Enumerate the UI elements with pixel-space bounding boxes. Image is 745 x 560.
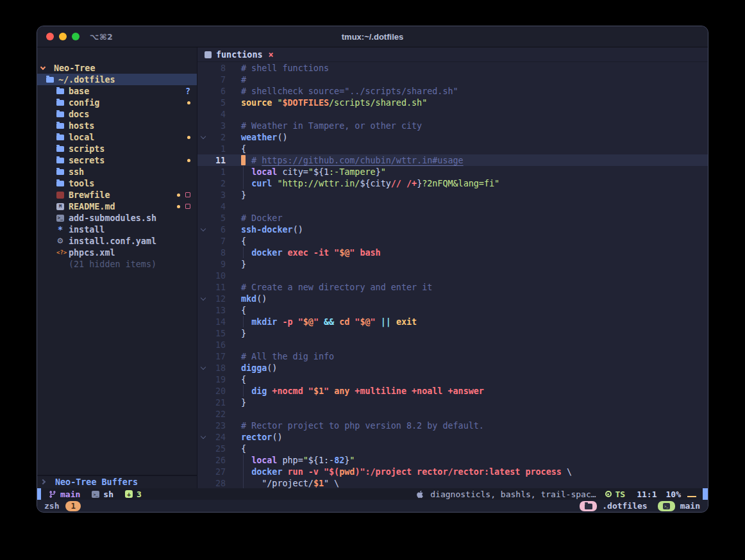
chevron-down-icon: [40, 64, 46, 69]
neotree-buffers-header[interactable]: Neo-Tree Buffers: [37, 475, 197, 488]
tree-item-scripts[interactable]: scripts: [37, 143, 197, 154]
code-text: docker exec -it "$@" bash: [241, 247, 381, 258]
fold-chevron-icon[interactable]: [201, 364, 206, 369]
tmux-dir-badge: [580, 501, 597, 511]
code-line[interactable]: 4: [197, 108, 708, 120]
code-token: local: [251, 167, 277, 177]
tab-close-icon[interactable]: ×: [269, 50, 274, 60]
code-token: $DOTFILES: [283, 98, 330, 108]
tree-item-readme.md[interactable]: MREADME.md: [37, 201, 197, 212]
code-line[interactable]: 20 dig +nocmd "$1" any +multiline +noall…: [197, 385, 708, 397]
code-area[interactable]: 8# shell functions7#6# shellcheck source…: [197, 62, 708, 488]
tree-item-config[interactable]: config: [37, 97, 197, 108]
code-line[interactable]: 25{: [197, 443, 708, 454]
code-line[interactable]: 24rector(): [197, 431, 708, 443]
title-bar[interactable]: ⌥⌘2 tmux:~/.dotfiles: [37, 26, 708, 47]
tree-item-tools[interactable]: tools: [37, 177, 197, 189]
tree-item-hosts[interactable]: hosts: [37, 120, 197, 131]
code-line[interactable]: 8 docker exec -it "$@" bash: [197, 247, 708, 258]
code-line[interactable]: 15}: [197, 327, 708, 339]
code-line[interactable]: 21}: [197, 397, 708, 408]
code-line[interactable]: 9}: [197, 258, 708, 270]
code-line[interactable]: 11 # https://github.com/chubin/wttr.in#u…: [197, 154, 708, 166]
code-line[interactable]: 13{: [197, 304, 708, 316]
brewfile-icon: [56, 192, 64, 199]
code-line[interactable]: 3}: [197, 189, 708, 201]
zoom-button[interactable]: [72, 33, 80, 40]
code-line[interactable]: 4: [197, 201, 708, 212]
code-token: [334, 317, 339, 327]
traffic-lights: [46, 33, 80, 40]
code-line[interactable]: 6# shellcheck source="../scripts/shared.…: [197, 85, 708, 97]
code-line[interactable]: 5# Docker: [197, 212, 708, 224]
close-button[interactable]: [46, 33, 54, 40]
tree-item--21-hidden-items-[interactable]: (21 hidden items): [37, 258, 197, 270]
code-line[interactable]: 23# Rector project to php version 8.2 by…: [197, 420, 708, 431]
line-number: 9: [209, 259, 226, 269]
fold-chevron-icon[interactable]: [201, 433, 206, 438]
code-line[interactable]: 16: [197, 339, 708, 350]
code-line[interactable]: 11# Create a new directory and enter it: [197, 281, 708, 293]
fold-chevron-icon[interactable]: [201, 133, 206, 138]
neotree-title: Neo-Tree: [54, 63, 96, 73]
code-line[interactable]: 7{: [197, 235, 708, 247]
git-added-count: 3: [137, 490, 142, 499]
line-number: 2: [209, 179, 226, 188]
code-token: -p ": [277, 317, 303, 327]
tmux-window-name[interactable]: zsh: [44, 501, 59, 511]
code-line[interactable]: 7#: [197, 74, 708, 85]
tree-item-install.conf.yaml[interactable]: ⚙install.conf.yaml: [37, 235, 197, 247]
xml-icon: <?>: [56, 249, 64, 256]
code-line[interactable]: 14 mkdir -p "$@" && cd "$@" || exit: [197, 316, 708, 327]
code-text: # shellcheck source="../scripts/shared.s…: [241, 85, 458, 97]
code-token: $1: [314, 479, 324, 488]
indent-guide-icon: [243, 385, 244, 397]
code-line[interactable]: 28 "/project/$1" \: [197, 477, 708, 488]
code-line[interactable]: 2weather(): [197, 131, 708, 143]
tree-item-label: install: [69, 225, 105, 235]
code-token: mkdir: [251, 317, 277, 327]
code-text: }: [241, 258, 246, 270]
code-line[interactable]: 19{: [197, 374, 708, 385]
code-token: any: [334, 386, 349, 396]
tree-item-brewfile[interactable]: Brewfile: [37, 189, 197, 201]
code-line[interactable]: 17# All the dig info: [197, 350, 708, 362]
shell-script-icon: >_: [56, 215, 64, 222]
tree-item-secrets[interactable]: secrets: [37, 154, 197, 166]
code-line[interactable]: 6ssh-docker(): [197, 224, 708, 235]
code-line[interactable]: 22: [197, 408, 708, 420]
git-branch-name[interactable]: main: [60, 490, 80, 499]
fold-chevron-icon[interactable]: [201, 295, 206, 300]
git-status-badges: [187, 159, 190, 162]
code-line[interactable]: 18digga(): [197, 362, 708, 374]
code-line[interactable]: 3# Weather in Tampere, or other city: [197, 120, 708, 131]
code-line[interactable]: 2 curl "http://wttr.in/${city// /+}?2nFQ…: [197, 177, 708, 189]
code-line[interactable]: 8# shell functions: [197, 62, 708, 74]
code-token: rector: [241, 432, 272, 442]
fold-chevron-icon[interactable]: [201, 226, 206, 231]
tab-functions[interactable]: functions: [216, 50, 263, 60]
code-token: [272, 179, 277, 188]
lsp-status-icon: [605, 491, 612, 497]
line-number: 7: [209, 236, 226, 246]
tree-item-~-.dotfiles[interactable]: ~/.dotfiles: [37, 74, 197, 85]
code-line[interactable]: 1{: [197, 143, 708, 154]
neotree-source-header[interactable]: Neo-Tree: [37, 62, 197, 74]
minimize-button[interactable]: [59, 33, 67, 40]
line-number: 10: [209, 271, 226, 281]
code-line[interactable]: 27 docker run -v "$(pwd)":/project recto…: [197, 466, 708, 477]
tree-item-base[interactable]: base?: [37, 85, 197, 97]
tree-item-ssh[interactable]: ssh: [37, 166, 197, 177]
tree-item-docs[interactable]: docs: [37, 108, 197, 120]
code-line[interactable]: 26 local php="${1:-82}": [197, 454, 708, 466]
tree-item-install[interactable]: *install: [37, 224, 197, 235]
tmux-window-index-badge[interactable]: 1: [65, 501, 81, 511]
tree-item-local[interactable]: local: [37, 131, 197, 143]
code-line[interactable]: 5source "$DOTFILES/scripts/shared.sh": [197, 97, 708, 108]
tree-item-add-submodules.sh[interactable]: >_add-submodules.sh: [37, 212, 197, 224]
mode-indicator-bar: [37, 488, 41, 500]
tree-item-phpcs.xml[interactable]: <?>phpcs.xml: [37, 247, 197, 258]
code-line[interactable]: 1 local city="${1:-Tampere}": [197, 166, 708, 177]
code-line[interactable]: 10: [197, 270, 708, 281]
code-line[interactable]: 12mkd(): [197, 293, 708, 304]
